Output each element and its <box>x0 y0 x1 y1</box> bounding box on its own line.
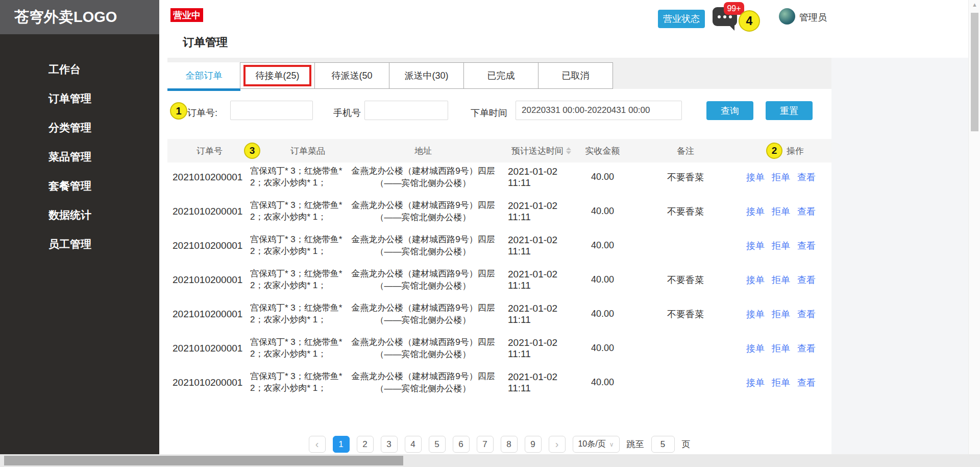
cell-actions: 接单拒单查看 <box>746 297 816 331</box>
scroll-up-arrow-icon[interactable]: ▲ <box>969 2 980 8</box>
cell-amount: 40.00 <box>581 263 624 297</box>
cell-eta: 2021-01-02 11:11 <box>508 263 574 297</box>
header-eta[interactable]: 预计送达时间 <box>504 139 578 162</box>
tab[interactable]: 派送中(30) <box>389 62 464 89</box>
table-row: 2021010200001宫保鸡丁* 3；红烧带鱼* 2；农家小炒肉* 1；金燕… <box>167 365 831 400</box>
page-size-value: 10条/页 <box>578 439 605 450</box>
table-row: 2021010200001宫保鸡丁* 3；红烧带鱼* 2；农家小炒肉* 1；金燕… <box>167 194 831 228</box>
reject-order-link[interactable]: 拒单 <box>772 240 790 252</box>
page-button[interactable]: 5 <box>429 436 446 453</box>
reject-order-link[interactable]: 拒单 <box>772 171 790 183</box>
cell-order-no: 2021010200001 <box>173 228 247 263</box>
cell-eta: 2021-01-02 11:11 <box>508 331 574 365</box>
sidebar-menu: 工作台订单管理分类管理菜品管理套餐管理数据统计员工管理 <box>0 34 159 454</box>
page-title: 订单管理 <box>183 35 228 50</box>
cell-remark: 不要香菜 <box>652 297 719 331</box>
accept-order-link[interactable]: 接单 <box>746 240 765 252</box>
prev-page-button[interactable]: ‹ <box>309 436 326 453</box>
header-amount: 实收金额 <box>581 139 624 162</box>
order-management-card: 全部订单待接单(25)待派送(50派送中(30)已完成已取消 1 订单号: 手机… <box>167 58 831 454</box>
reject-order-link[interactable]: 拒单 <box>772 377 790 389</box>
view-order-link[interactable]: 查看 <box>797 308 816 320</box>
reject-order-link[interactable]: 拒单 <box>772 274 790 286</box>
cell-amount: 40.00 <box>581 365 624 400</box>
bubble-dot <box>718 15 721 18</box>
cell-actions: 接单拒单查看 <box>746 331 816 365</box>
sidebar-item[interactable]: 工作台 <box>0 55 159 84</box>
vertical-scrollbar-thumb[interactable] <box>971 13 978 131</box>
page-size-select[interactable]: 10条/页 ∨ <box>573 436 620 453</box>
accept-order-link[interactable]: 接单 <box>746 342 765 355</box>
table-row: 2021010200001宫保鸡丁* 3；红烧带鱼* 2；农家小炒肉* 1；金燕… <box>167 297 831 331</box>
chevron-down-icon: ∨ <box>609 441 614 448</box>
order-no-input[interactable] <box>230 101 313 120</box>
sidebar-item[interactable]: 订单管理 <box>0 84 159 113</box>
view-order-link[interactable]: 查看 <box>797 342 816 355</box>
page-button[interactable]: 9 <box>525 436 542 453</box>
user-name: 管理员 <box>799 11 827 24</box>
horizontal-scrollbar-thumb[interactable] <box>4 456 403 465</box>
cell-eta: 2021-01-02 11:11 <box>508 160 574 194</box>
cell-amount: 40.00 <box>581 228 624 263</box>
tab[interactable]: 待派送(50 <box>314 62 389 89</box>
header-actions: 操作 <box>780 139 811 162</box>
header-dishes: 订单菜品 <box>267 139 349 162</box>
page-unit-label: 页 <box>682 438 691 450</box>
tab[interactable]: 已完成 <box>463 62 538 89</box>
reject-order-link[interactable]: 拒单 <box>772 342 790 355</box>
header-address: 地址 <box>347 139 499 162</box>
page-button[interactable]: 4 <box>405 436 422 453</box>
page-button[interactable]: 7 <box>477 436 494 453</box>
phone-input[interactable] <box>364 101 448 120</box>
cell-actions: 接单拒单查看 <box>746 160 816 194</box>
cell-remark <box>652 331 719 365</box>
notification-count-badge: 99+ <box>724 2 744 15</box>
sidebar-item[interactable]: 数据统计 <box>0 200 159 229</box>
tab[interactable]: 待接单(25) <box>240 62 315 89</box>
page-button[interactable]: 1 <box>333 436 350 453</box>
business-status-button[interactable]: 营业状态 <box>658 10 705 28</box>
order-time-input[interactable] <box>516 101 682 120</box>
cell-order-no: 2021010200001 <box>173 194 247 228</box>
search-button[interactable]: 查询 <box>706 101 753 120</box>
table-body: 2021010200001宫保鸡丁* 3；红烧带鱼* 2；农家小炒肉* 1；金燕… <box>167 160 831 400</box>
cell-actions: 接单拒单查看 <box>746 263 816 297</box>
cell-amount: 40.00 <box>581 160 624 194</box>
accept-order-link[interactable]: 接单 <box>746 205 765 218</box>
view-order-link[interactable]: 查看 <box>797 171 816 183</box>
cell-order-no: 2021010200001 <box>173 331 247 365</box>
accept-order-link[interactable]: 接单 <box>746 308 765 320</box>
sidebar-item[interactable]: 菜品管理 <box>0 142 159 171</box>
tab[interactable]: 全部订单 <box>167 62 240 89</box>
right-background-panel <box>831 58 968 454</box>
next-page-button[interactable]: › <box>549 436 566 453</box>
phone-label: 手机号 <box>333 107 361 119</box>
view-order-link[interactable]: 查看 <box>797 205 816 218</box>
cell-eta: 2021-01-02 11:11 <box>508 228 574 263</box>
page-button[interactable]: 2 <box>357 436 374 453</box>
sort-icon[interactable] <box>566 147 571 154</box>
page-button[interactable]: 3 <box>381 436 398 453</box>
accept-order-link[interactable]: 接单 <box>746 377 765 389</box>
accept-order-link[interactable]: 接单 <box>746 274 765 286</box>
view-order-link[interactable]: 查看 <box>797 377 816 389</box>
reject-order-link[interactable]: 拒单 <box>772 205 790 218</box>
vertical-scrollbar[interactable]: ▲ <box>968 0 980 454</box>
reset-button[interactable]: 重置 <box>766 101 813 120</box>
tab[interactable]: 已取消 <box>538 62 613 89</box>
sidebar-item[interactable]: 分类管理 <box>0 113 159 142</box>
jump-page-input[interactable] <box>651 436 675 453</box>
page-button[interactable]: 6 <box>453 436 470 453</box>
avatar[interactable] <box>779 8 795 25</box>
page-button[interactable]: 8 <box>501 436 518 453</box>
sidebar-item[interactable]: 套餐管理 <box>0 171 159 200</box>
horizontal-scrollbar[interactable] <box>0 454 980 467</box>
sidebar-item[interactable]: 员工管理 <box>0 229 159 259</box>
cell-remark <box>652 228 719 263</box>
view-order-link[interactable]: 查看 <box>797 274 816 286</box>
reject-order-link[interactable]: 拒单 <box>772 308 790 320</box>
bubble-dot <box>723 15 726 18</box>
table-header: 订单号 订单菜品 地址 预计送达时间 实收金额 备注 操作 <box>167 139 831 162</box>
accept-order-link[interactable]: 接单 <box>746 171 765 183</box>
view-order-link[interactable]: 查看 <box>797 240 816 252</box>
